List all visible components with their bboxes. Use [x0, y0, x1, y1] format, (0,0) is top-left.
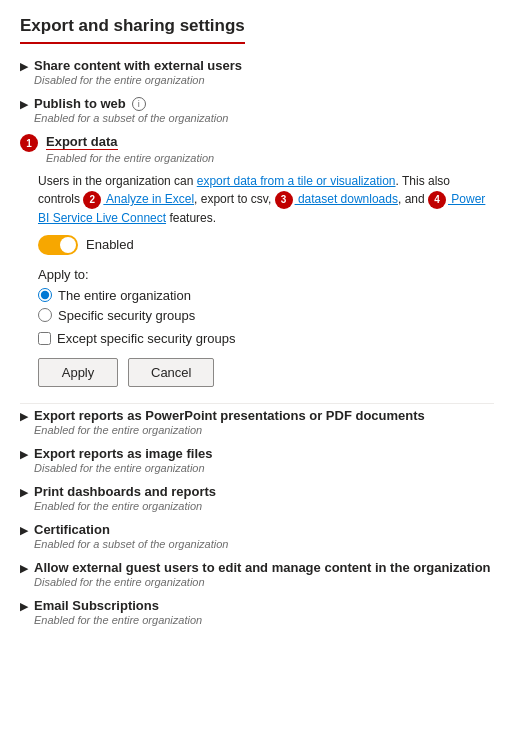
section-external-guest-title-block: Allow external guest users to edit and m… [34, 560, 491, 588]
radio-entire-org-label: The entire organization [58, 288, 191, 303]
checkbox-except-groups-label: Except specific security groups [57, 331, 235, 346]
section-print-dashboards: ▶ Print dashboards and reports Enabled f… [20, 484, 494, 512]
export-data-title: Export data [46, 134, 118, 150]
divider-1 [20, 403, 494, 404]
radio-group-apply-to: The entire organization Specific securit… [38, 288, 494, 323]
chevron-right-icon-2: ▶ [20, 98, 28, 111]
info-icon[interactable]: i [132, 97, 146, 111]
button-row: Apply Cancel [38, 358, 494, 387]
radio-specific-groups[interactable]: Specific security groups [38, 308, 494, 323]
export-data-subtitle: Enabled for the entire organization [46, 152, 214, 164]
export-data-header[interactable]: 1 Export data Enabled for the entire org… [20, 134, 494, 164]
chevron-right-icon-3: ▶ [20, 410, 28, 423]
section-export-image-title: Export reports as image files [34, 446, 212, 461]
section-print-dashboards-title: Print dashboards and reports [34, 484, 216, 499]
link-export-data-tile[interactable]: export data from a tile or visualization [197, 174, 396, 188]
section-certification-title: Certification [34, 522, 228, 537]
radio-entire-org-input[interactable] [38, 288, 52, 302]
badge-4: 4 [428, 191, 446, 209]
section-external-guest-header[interactable]: ▶ Allow external guest users to edit and… [20, 560, 494, 588]
section-publish-web-header[interactable]: ▶ Publish to web i Enabled for a subset … [20, 96, 494, 124]
section-export-data: 1 Export data Enabled for the entire org… [20, 134, 494, 387]
section-share-external-title-block: Share content with external users Disabl… [34, 58, 242, 86]
section-export-powerpoint: ▶ Export reports as PowerPoint presentat… [20, 408, 494, 436]
desc-middle2: , export to csv, [194, 192, 274, 206]
toggle-container[interactable]: Enabled [38, 235, 494, 255]
section-certification-header[interactable]: ▶ Certification Enabled for a subset of … [20, 522, 494, 550]
section-export-image-subtitle: Disabled for the entire organization [34, 462, 212, 474]
section-print-dashboards-title-block: Print dashboards and reports Enabled for… [34, 484, 216, 512]
apply-to-label: Apply to: [38, 267, 494, 282]
desc-suffix: features. [166, 211, 216, 225]
section-publish-web: ▶ Publish to web i Enabled for a subset … [20, 96, 494, 124]
checkbox-except-groups[interactable]: Except specific security groups [38, 331, 494, 346]
section-share-external-title: Share content with external users [34, 58, 242, 73]
section-external-guest: ▶ Allow external guest users to edit and… [20, 560, 494, 588]
section-print-dashboards-header[interactable]: ▶ Print dashboards and reports Enabled f… [20, 484, 494, 512]
section-certification-title-block: Certification Enabled for a subset of th… [34, 522, 228, 550]
section-external-guest-title: Allow external guest users to edit and m… [34, 560, 491, 575]
section-email-subscriptions: ▶ Email Subscriptions Enabled for the en… [20, 598, 494, 626]
badge-3: 3 [275, 191, 293, 209]
export-data-content: Users in the organization can export dat… [38, 172, 494, 387]
checkbox-except-groups-input[interactable] [38, 332, 51, 345]
section-email-subscriptions-title-block: Email Subscriptions Enabled for the enti… [34, 598, 202, 626]
section-share-external-header[interactable]: ▶ Share content with external users Disa… [20, 58, 494, 86]
radio-specific-groups-label: Specific security groups [58, 308, 195, 323]
chevron-right-icon-4: ▶ [20, 448, 28, 461]
section-share-external-subtitle: Disabled for the entire organization [34, 74, 242, 86]
chevron-right-icon-6: ▶ [20, 524, 28, 537]
apply-button[interactable]: Apply [38, 358, 118, 387]
enabled-toggle[interactable] [38, 235, 78, 255]
radio-entire-org[interactable]: The entire organization [38, 288, 494, 303]
desc-middle3: , and [398, 192, 428, 206]
export-data-title-block: Export data Enabled for the entire organ… [46, 134, 214, 164]
cancel-button[interactable]: Cancel [128, 358, 214, 387]
section-email-subscriptions-header[interactable]: ▶ Email Subscriptions Enabled for the en… [20, 598, 494, 626]
section-export-powerpoint-title-block: Export reports as PowerPoint presentatio… [34, 408, 425, 436]
section-external-guest-subtitle: Disabled for the entire organization [34, 576, 491, 588]
section-export-image: ▶ Export reports as image files Disabled… [20, 446, 494, 474]
desc-prefix: Users in the organization can [38, 174, 197, 188]
chevron-right-icon-7: ▶ [20, 562, 28, 575]
section-certification: ▶ Certification Enabled for a subset of … [20, 522, 494, 550]
chevron-right-icon-5: ▶ [20, 486, 28, 499]
section-export-image-header[interactable]: ▶ Export reports as image files Disabled… [20, 446, 494, 474]
chevron-right-icon-8: ▶ [20, 600, 28, 613]
radio-specific-groups-input[interactable] [38, 308, 52, 322]
section-email-subscriptions-subtitle: Enabled for the entire organization [34, 614, 202, 626]
section-export-powerpoint-subtitle: Enabled for the entire organization [34, 424, 425, 436]
section-certification-subtitle: Enabled for a subset of the organization [34, 538, 228, 550]
section-print-dashboards-subtitle: Enabled for the entire organization [34, 500, 216, 512]
section-email-subscriptions-title: Email Subscriptions [34, 598, 202, 613]
section-publish-web-title-block: Publish to web i Enabled for a subset of… [34, 96, 228, 124]
export-data-description: Users in the organization can export dat… [38, 172, 494, 227]
toggle-label: Enabled [86, 237, 134, 252]
toggle-thumb [60, 237, 76, 253]
chevron-right-icon: ▶ [20, 60, 28, 73]
link-dataset-downloads[interactable]: dataset downloads [295, 192, 398, 206]
page-title: Export and sharing settings [20, 16, 245, 44]
section-export-image-title-block: Export reports as image files Disabled f… [34, 446, 212, 474]
section-publish-web-title-row: Publish to web i [34, 96, 228, 111]
badge-2: 2 [83, 191, 101, 209]
section-share-external: ▶ Share content with external users Disa… [20, 58, 494, 86]
link-analyze-excel[interactable]: Analyze in Excel [103, 192, 194, 206]
section-publish-web-title: Publish to web [34, 96, 126, 111]
badge-1: 1 [20, 134, 38, 152]
section-export-powerpoint-header[interactable]: ▶ Export reports as PowerPoint presentat… [20, 408, 494, 436]
bottom-sections: ▶ Export reports as PowerPoint presentat… [20, 408, 494, 626]
section-publish-web-subtitle: Enabled for a subset of the organization [34, 112, 228, 124]
section-export-powerpoint-title: Export reports as PowerPoint presentatio… [34, 408, 425, 423]
toggle-track [38, 235, 78, 255]
